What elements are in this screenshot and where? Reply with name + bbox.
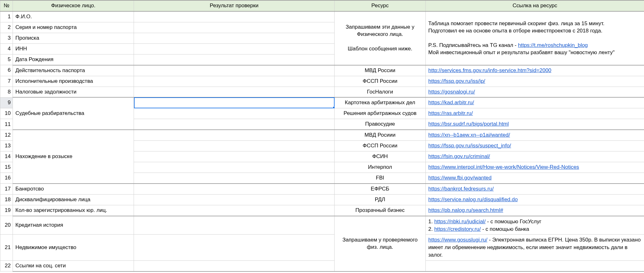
resource-link[interactable]: http://services.fms.gov.ru/info-service.… [428,67,551,73]
resource-link[interactable]: https://www.interpol.int/How-we-work/Not… [428,164,579,170]
cell-phys[interactable]: Дата Рождения [13,54,134,65]
cell-src[interactable]: ЕФРСБ [335,184,426,194]
cell-src[interactable]: Интерпол [335,162,426,173]
cell-link[interactable]: https://kad.arbitr.ru/ [426,97,644,108]
row-number[interactable]: 12 [0,130,13,140]
cell-phys[interactable]: Недвижимое имущество [13,235,134,260]
row-number[interactable]: 17 [0,184,13,194]
resource-link[interactable]: https://fssp.gov.ru/iss/ip/ [428,78,485,84]
cell-res[interactable] [134,108,335,119]
cell-res[interactable] [134,22,335,33]
header-link[interactable]: Ссылка на ресурс [426,0,644,11]
cell-res[interactable] [134,173,335,184]
row-number[interactable]: 20 [0,216,13,235]
cell-link[interactable]: https://pb.nalog.ru/search.html# [426,205,644,216]
cell-res[interactable] [134,76,335,87]
cell-res[interactable] [134,130,335,140]
cell-res[interactable] [134,184,335,194]
cell-res[interactable] [134,11,335,22]
resource-link[interactable]: https://pb.nalog.ru/search.html# [428,207,503,213]
resource-link[interactable]: https://xn--b1aew.xn--p1ai/wanted/ [428,132,510,138]
row-number[interactable]: 9 [0,97,13,108]
resource-link[interactable]: https://fsin.gov.ru/criminal/ [428,153,490,159]
resource-link[interactable]: https://bankrot.fedresurs.ru/ [428,186,494,192]
row-number[interactable]: 14 [0,151,13,162]
cell-res[interactable] [134,205,335,216]
cell-phys[interactable]: Кредитная история [13,216,134,235]
cell-res[interactable] [134,194,335,205]
resource-link[interactable]: https://ras.arbitr.ru/ [428,110,473,116]
cell-link[interactable]: https://www.gosuslugi.ru/ - Электронная … [426,235,644,260]
row-number[interactable]: 8 [0,87,13,97]
row-number[interactable]: 19 [0,205,13,216]
resource-link[interactable]: https://credistory.ru/ [434,226,481,232]
row-number[interactable]: 10 [0,108,13,119]
cell-res[interactable] [134,33,335,43]
cell-phys[interactable]: Исполнительные производства [13,76,134,87]
cell-link[interactable]: https://fssp.gov.ru/iss/ip/ [426,76,644,87]
cell-src[interactable]: МВД России [335,65,426,76]
cell-link[interactable] [426,260,644,271]
cell-src[interactable]: ФССП России [335,76,426,87]
resource-link[interactable]: https://service.nalog.ru/disqualified.do [428,196,518,202]
cell-src-bottom[interactable]: Запрашиваем у проверяемого физ. лица. [335,216,426,271]
cell-link[interactable]: https://www.interpol.int/How-we-work/Not… [426,162,644,173]
cell-phys[interactable]: Судебные разбирательства [13,97,134,130]
cell-phys[interactable]: Банкротсво [13,184,134,194]
cell-res[interactable] [134,87,335,97]
row-number[interactable]: 22 [0,260,13,271]
row-number[interactable]: 6 [0,65,13,76]
cell-res[interactable] [134,119,335,130]
cell-res[interactable] [134,65,335,76]
row-number[interactable]: 18 [0,194,13,205]
cell-res[interactable] [134,260,335,271]
resource-link[interactable]: https://kad.arbitr.ru/ [428,100,474,105]
row-number[interactable]: 3 [0,33,13,43]
cell-src[interactable]: Решения арбитражных судов [335,108,426,119]
cell-link[interactable]: https://bsr.sudrf.ru/bigs/portal.html [426,119,644,130]
row-number[interactable]: 11 [0,119,13,130]
row-number[interactable]: 1 [0,11,13,22]
resource-link[interactable]: https://nbki.ru/judicial/ [434,219,486,225]
row-number[interactable]: 13 [0,141,13,151]
cell-res[interactable] [134,54,335,65]
cell-phys[interactable]: Налоговые задолжности [13,87,134,97]
cell-phys[interactable]: Нахождение в розыске [13,130,134,184]
cell-link[interactable]: https://service.nalog.ru/disqualified.do [426,194,644,205]
tg-link[interactable]: https://t.me/roshchupkin_blog [518,42,588,48]
cell-phys[interactable]: Кол-во зарегистрированных юр. лиц. [13,205,134,216]
row-number[interactable]: 2 [0,22,13,33]
spreadsheet-table[interactable]: № Физическое лицо. Результат проверки Ре… [0,0,644,272]
resource-link[interactable]: https://www.gosuslugi.ru/ [428,237,487,243]
cell-link[interactable]: https://xn--b1aew.xn--p1ai/wanted/ [426,130,644,140]
cell-res-active[interactable] [134,97,335,108]
cell-link[interactable]: http://services.fms.gov.ru/info-service.… [426,65,644,76]
cell-link-intro[interactable]: Таблица помогает провести первичный скор… [426,11,644,65]
resource-link[interactable]: https://www.fbi.gov/wanted [428,175,491,181]
cell-link[interactable]: https://ras.arbitr.ru/ [426,108,644,119]
header-phys[interactable]: Физическое лицо. [13,0,134,11]
cell-src[interactable]: РДЛ [335,194,426,205]
resource-link[interactable]: https://gosnalogi.ru/ [428,89,475,95]
cell-phys[interactable]: Дисквалифицированные лица [13,194,134,205]
cell-link[interactable]: https://gosnalogi.ru/ [426,87,644,97]
cell-res[interactable] [134,141,335,151]
cell-src[interactable]: Правосудие [335,119,426,130]
cell-src[interactable]: Прозрачный бизнес [335,205,426,216]
cell-link[interactable]: https://fssp.gov.ru/iss/suspect_info/ [426,141,644,151]
row-number[interactable]: 15 [0,162,13,173]
cell-res[interactable] [134,162,335,173]
cell-phys[interactable]: Ссылки на соц. сети [13,260,134,271]
cell-phys[interactable]: Прописка [13,33,134,43]
cell-phys[interactable]: Ф.И.О. [13,11,134,22]
resource-link[interactable]: https://bsr.sudrf.ru/bigs/portal.html [428,121,509,127]
cell-link[interactable]: https://bankrot.fedresurs.ru/ [426,184,644,194]
cell-res[interactable] [134,235,335,260]
cell-src[interactable]: FBI [335,173,426,184]
cell-res[interactable] [134,43,335,54]
cell-phys[interactable]: ИНН [13,43,134,54]
cell-phys[interactable]: Действительность паспорта [13,65,134,76]
cell-link[interactable]: https://www.fbi.gov/wanted [426,173,644,184]
cell-res[interactable] [134,151,335,162]
row-number[interactable]: 5 [0,54,13,65]
